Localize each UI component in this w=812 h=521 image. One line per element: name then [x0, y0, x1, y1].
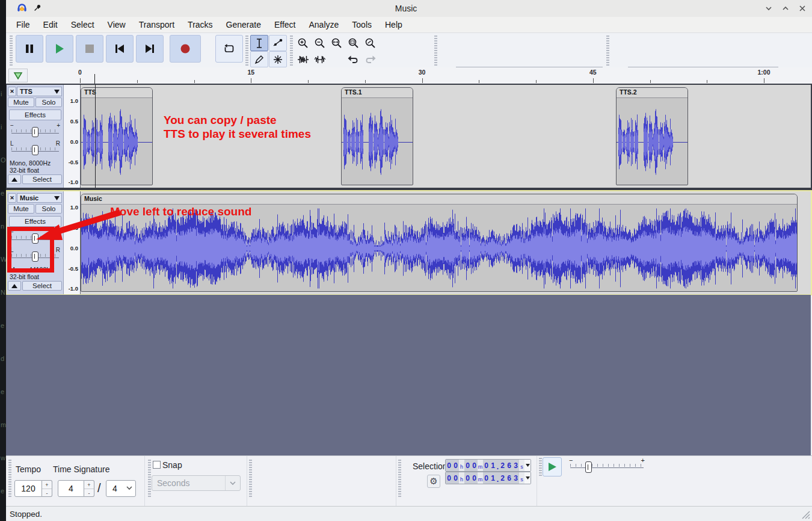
ruler-tick: [536, 80, 537, 83]
playhead-cursor[interactable]: [94, 74, 95, 84]
clip-header[interactable]: TTS: [81, 88, 152, 98]
collapse-button[interactable]: [8, 174, 21, 184]
menu-item-edit[interactable]: Edit: [37, 18, 64, 31]
menu-item-transport[interactable]: Transport: [132, 18, 181, 31]
stop-button[interactable]: [76, 35, 103, 63]
track-name-label: Music: [20, 194, 38, 202]
close-button[interactable]: [798, 4, 807, 13]
tempo-input[interactable]: 120: [14, 480, 42, 497]
play-at-speed-grip[interactable]: [539, 458, 542, 476]
zoom-out-button[interactable]: [312, 35, 328, 51]
menu-item-view[interactable]: View: [101, 18, 132, 31]
transport-toolbar-grip[interactable]: [10, 35, 13, 66]
play-at-speed-button[interactable]: [543, 457, 562, 476]
time-signature-lower-select[interactable]: 4: [106, 480, 136, 497]
play-button[interactable]: [46, 35, 73, 63]
tools-toolbar-grip[interactable]: [245, 35, 248, 66]
menu-item-analyze[interactable]: Analyze: [303, 18, 346, 31]
sel-unit: s: [519, 472, 524, 484]
speed-slider-thumb[interactable]: [585, 461, 592, 473]
snap-toolbar-grip[interactable]: [148, 460, 151, 497]
collapse-button[interactable]: [8, 281, 21, 291]
menu-item-tracks[interactable]: Tracks: [181, 18, 219, 31]
menu-item-select[interactable]: Select: [64, 18, 101, 31]
menu-item-file[interactable]: File: [10, 18, 37, 31]
background-text-fragment: d: [1, 355, 4, 362]
select-button[interactable]: Select: [22, 174, 62, 184]
pan-slider-thumb[interactable]: [32, 145, 38, 155]
track-name-dropdown[interactable]: Music: [17, 193, 62, 203]
skip-to-end-button[interactable]: [136, 35, 164, 63]
pan-slider[interactable]: LR: [9, 140, 61, 157]
zoom-selection-button[interactable]: [328, 35, 345, 51]
playback-speed-slider[interactable]: − +: [567, 457, 647, 477]
snap-mode-select[interactable]: Seconds: [152, 475, 241, 491]
effects-button[interactable]: Effects: [9, 109, 61, 120]
trim-audio-button[interactable]: [295, 51, 311, 67]
clip-tts[interactable]: TTS: [81, 87, 153, 185]
skip-to-start-button[interactable]: [106, 35, 134, 63]
silence-audio-button[interactable]: [312, 51, 328, 67]
clip-header[interactable]: TTS.1: [342, 88, 413, 98]
snap-checkbox[interactable]: [153, 461, 161, 469]
time-signature-spinner[interactable]: +-: [84, 480, 94, 497]
clip-header[interactable]: TTS.2: [617, 88, 687, 98]
background-text-fragment: N: [1, 289, 5, 296]
playback-meter-grip[interactable]: [606, 35, 609, 66]
edit-toolbar-grip[interactable]: [290, 35, 293, 66]
time-signature-slash: /: [97, 481, 101, 495]
redo-button[interactable]: [362, 51, 378, 67]
solo-button[interactable]: Solo: [35, 97, 62, 107]
gain-slider-max-label: +: [57, 122, 60, 129]
loop-region-button[interactable]: [8, 69, 28, 82]
zoom-fit-button[interactable]: [345, 35, 361, 51]
sel-digit: 1: [490, 472, 496, 484]
menu-item-effect[interactable]: Effect: [268, 18, 303, 31]
pause-button[interactable]: [16, 35, 43, 63]
sel-unit: h: [459, 472, 464, 484]
track-close-button[interactable]: ✕: [8, 87, 16, 96]
track-name-label: TTS: [20, 88, 32, 95]
loop-button[interactable]: [215, 35, 243, 63]
time-toolbar-grip[interactable]: [8, 460, 11, 497]
selection-tool-button[interactable]: [250, 35, 268, 51]
track-row-tts[interactable]: ✕TTSMuteSoloEffects−+LRMono, 8000Hz32-bi…: [7, 85, 811, 188]
gain-slider-thumb[interactable]: [32, 127, 38, 137]
zoom-toggle-button[interactable]: [362, 35, 378, 51]
tempo-spinner[interactable]: +-: [42, 480, 52, 497]
selection-settings-button[interactable]: ⚙: [427, 475, 440, 488]
selection-toolbar-grip[interactable]: [398, 460, 401, 497]
draw-tool-button[interactable]: [250, 51, 268, 67]
empty-track-area[interactable]: [6, 295, 811, 455]
record-button[interactable]: [170, 35, 201, 63]
sel-digit: 0: [471, 460, 478, 471]
chevron-down-icon[interactable]: [524, 460, 531, 471]
minimize-button[interactable]: [764, 4, 774, 13]
timeline-ruler[interactable]: 01530451:00: [6, 67, 812, 84]
track-name-dropdown[interactable]: TTS: [17, 87, 62, 96]
clip-header[interactable]: Music: [81, 194, 797, 205]
maximize-button[interactable]: [781, 4, 790, 13]
undo-button[interactable]: [345, 51, 361, 67]
envelope-tool-button[interactable]: [269, 35, 287, 51]
menu-item-tools[interactable]: Tools: [345, 18, 378, 31]
mute-button[interactable]: Mute: [8, 97, 34, 107]
background-text-fragment: e: [1, 388, 4, 395]
menu-bar: FileEditSelectViewTransportTracksGenerat…: [6, 17, 812, 32]
selection-start-display[interactable]: 00h00m01.263s: [445, 459, 531, 472]
menu-item-generate[interactable]: Generate: [220, 18, 268, 31]
menu-item-help[interactable]: Help: [378, 18, 409, 31]
audio-position-grip[interactable]: [249, 460, 252, 497]
select-button[interactable]: Select: [22, 281, 62, 291]
time-signature-upper-input[interactable]: 4: [58, 480, 84, 497]
gain-slider[interactable]: −+: [9, 122, 61, 139]
resize-grip[interactable]: [801, 510, 810, 519]
clip-tts-1[interactable]: TTS.1: [341, 87, 413, 185]
selection-end-display[interactable]: 00h00m01.263s: [445, 472, 531, 484]
track-close-button[interactable]: ✕: [8, 193, 16, 203]
chevron-down-icon[interactable]: [524, 472, 531, 484]
clip-tts-2[interactable]: TTS.2: [616, 87, 688, 185]
zoom-in-button[interactable]: [295, 35, 311, 51]
multi-tool-button[interactable]: [269, 51, 287, 67]
recording-meter-grip[interactable]: [434, 35, 437, 66]
